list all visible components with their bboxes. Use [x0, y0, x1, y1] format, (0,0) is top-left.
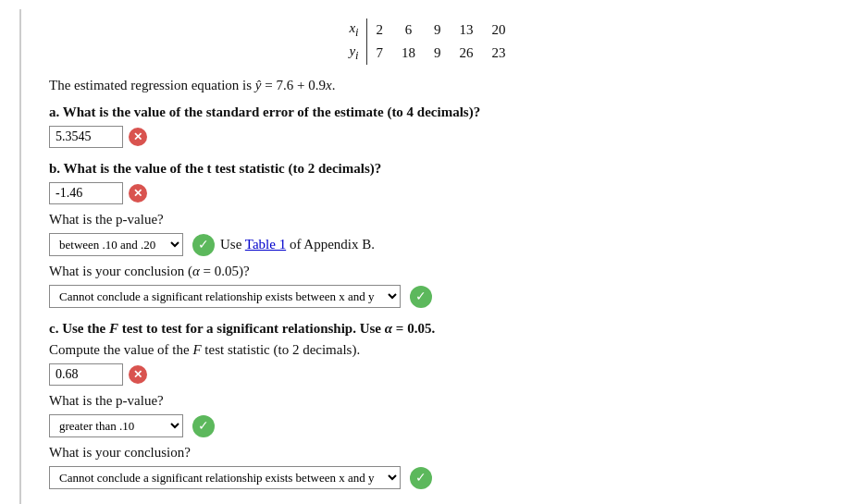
part-c-conclusion-row: Cannot conclude a significant relationsh… [49, 466, 806, 489]
part-c-conclusion-check: ✓ [410, 467, 432, 489]
part-a-input[interactable]: 5.3545 [49, 126, 123, 148]
part-a-section: a. What is the value of the standard err… [49, 104, 806, 148]
part-c-pvalue-label: What is the p-value? [49, 393, 806, 409]
data-table-section: xi 2 6 9 13 20 yi 7 18 9 26 23 [49, 18, 806, 65]
x-label: xi [340, 18, 366, 42]
part-a-clear-button[interactable]: ✕ [129, 128, 147, 146]
part-c-pvalue-row: greater than .10 less than .01 between .… [49, 414, 806, 437]
y-val-2: 18 [392, 42, 425, 65]
part-b-input[interactable]: -1.46 [49, 182, 123, 204]
x-val-3: 9 [425, 18, 451, 42]
part-c-label: c. Use the F test to test for a signific… [49, 321, 806, 337]
x-val-2: 6 [392, 18, 425, 42]
part-b-question: What is the value of the t test statisti… [64, 161, 382, 176]
part-b-pvalue-label: What is the p-value? [49, 212, 806, 227]
part-c-compute-label: Compute the value of the F test statisti… [49, 342, 806, 358]
part-b-section: b. What is the value of the t test stati… [49, 161, 806, 308]
part-c-pvalue-select[interactable]: greater than .10 less than .01 between .… [49, 414, 183, 437]
part-b-conclusion-check: ✓ [410, 286, 432, 308]
part-a-label: a. What is the value of the standard err… [49, 104, 806, 120]
part-b-input-row: -1.46 ✕ [49, 182, 806, 204]
part-b-appendix-text: Use Table 1 of Appendix B. [220, 237, 375, 252]
y-val-3: 9 [425, 42, 451, 65]
part-c-clear-button[interactable]: ✕ [129, 365, 147, 384]
part-b-conclusion-label: What is your conclusion (α = 0.05)? [49, 264, 806, 279]
part-b-clear-button[interactable]: ✕ [129, 184, 147, 203]
part-b-conclusion-select[interactable]: Cannot conclude a significant relationsh… [49, 285, 401, 308]
part-b-conclusion-row: Cannot conclude a significant relationsh… [49, 285, 806, 308]
x-val-1: 2 [366, 18, 392, 42]
equation-line: The estimated regression equation is ŷ =… [49, 78, 806, 93]
part-b-pvalue-row: between .10 and .20 less than .01 betwee… [49, 233, 806, 256]
part-c-input-row: 0.68 ✕ [49, 363, 806, 386]
part-a-input-row: 5.3545 ✕ [49, 126, 806, 148]
y-val-4: 26 [451, 42, 483, 65]
part-c-section: c. Use the F test to test for a signific… [49, 321, 806, 489]
page-wrapper: xi 2 6 9 13 20 yi 7 18 9 26 23 The estim… [19, 9, 834, 504]
data-table: xi 2 6 9 13 20 yi 7 18 9 26 23 [340, 18, 514, 65]
x-val-4: 13 [451, 18, 483, 42]
part-c-pvalue-check: ✓ [192, 415, 215, 437]
y-label: yi [340, 42, 366, 65]
y-val-1: 7 [366, 42, 392, 65]
part-c-conclusion-label: What is your conclusion? [49, 445, 806, 461]
part-b-label: b. What is the value of the t test stati… [49, 161, 806, 177]
x-val-5: 20 [483, 18, 515, 42]
table1-link[interactable]: Table 1 [245, 237, 286, 252]
part-b-pvalue-check: ✓ [192, 234, 215, 256]
part-c-conclusion-select[interactable]: Cannot conclude a significant relationsh… [49, 466, 401, 489]
part-b-pvalue-select[interactable]: between .10 and .20 less than .01 betwee… [49, 233, 183, 256]
y-val-5: 23 [483, 42, 515, 65]
part-a-question: What is the value of the standard error … [63, 104, 480, 119]
part-c-input[interactable]: 0.68 [49, 363, 123, 386]
